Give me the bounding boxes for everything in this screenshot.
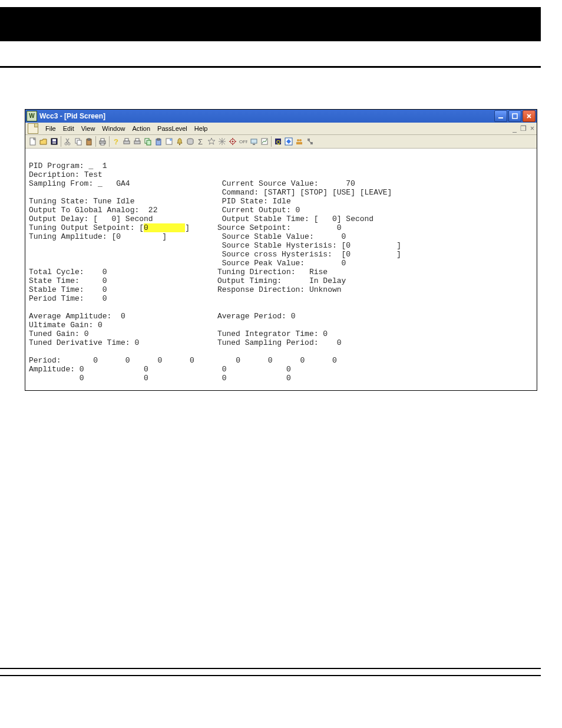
pid-state-value: Idle	[273, 197, 291, 206]
bell-icon[interactable]	[174, 136, 185, 147]
pid-program-label: PID Program:	[29, 162, 84, 170]
paste-icon[interactable]	[84, 136, 94, 147]
svg-text:?: ?	[114, 137, 118, 146]
ultimate-gain-value: 0	[98, 321, 103, 330]
pid-program-value[interactable]: _ 1	[88, 162, 107, 170]
database-icon[interactable]	[185, 136, 196, 147]
diamond-icon[interactable]	[283, 136, 294, 147]
tuned-sampling-label: Tuned Sampling Period:	[217, 338, 319, 347]
paste-blue-icon[interactable]	[153, 136, 164, 147]
copy-green-icon[interactable]	[143, 136, 153, 147]
period-time-value: 0	[103, 294, 107, 303]
svg-rect-4	[52, 139, 56, 141]
state-time-label: State Time:	[29, 276, 80, 285]
print-icon[interactable]	[97, 136, 108, 147]
star-burst-icon[interactable]	[217, 136, 227, 147]
output-global-label: Output To Global Analog:	[29, 206, 139, 215]
tuning-amplitude-value[interactable]: [0 ]	[111, 232, 167, 241]
printer2-icon[interactable]	[132, 136, 143, 147]
source-setpoint-label: Source Setpoint:	[217, 223, 291, 232]
output-timing-value: In Delay	[309, 276, 346, 285]
cmd-stop[interactable]: [STOP]	[300, 188, 328, 197]
amp-6: 0	[222, 374, 227, 383]
app-icon-text: W	[29, 113, 34, 119]
tuning-output-setpoint-value[interactable]: 0	[144, 223, 148, 232]
amp-2: 0	[222, 365, 227, 374]
svg-text:Q: Q	[276, 139, 280, 145]
cmd-leave[interactable]: [LEAVE]	[360, 188, 392, 197]
horizontal-rule	[0, 66, 541, 68]
tuning-direction-label: Tuning Direction:	[217, 268, 296, 276]
title-bar: W Wcc3 - [Pid Screen]	[25, 110, 537, 123]
svg-rect-40	[251, 139, 257, 143]
menu-edit[interactable]: Edit	[59, 124, 78, 133]
gear-icon[interactable]	[227, 136, 238, 147]
note-icon[interactable]	[164, 136, 174, 147]
sampling-from-value[interactable]: _ GA4	[98, 179, 130, 188]
printer1-icon[interactable]	[121, 136, 132, 147]
people-icon[interactable]	[294, 136, 305, 147]
amp-3: 0	[286, 365, 291, 374]
menu-file[interactable]: File	[42, 124, 59, 133]
source-setpoint-value: 0	[337, 223, 342, 232]
star-outline-icon[interactable]	[206, 136, 217, 147]
current-output-label: Current Output:	[222, 206, 291, 215]
cut-icon[interactable]	[62, 136, 73, 147]
total-cycle-value: 0	[103, 268, 107, 276]
source-stable-hyst-value[interactable]: [0 ]	[342, 241, 401, 250]
network-icon[interactable]	[305, 136, 315, 147]
off-icon[interactable]: OFF	[238, 136, 249, 147]
pid-screen-content: PID Program: _ 1 Decription: Test Sampli…	[25, 149, 537, 390]
svg-point-47	[299, 139, 302, 141]
sigma-icon[interactable]: Σ	[196, 136, 206, 147]
amp-0: 0	[80, 365, 84, 374]
output-stable-time-value[interactable]: [ 0] Second	[314, 215, 373, 223]
tuned-integrator-value: 0	[323, 330, 328, 338]
tuned-integrator-label: Tuned Integrator Time:	[217, 330, 319, 338]
pid-state-label: PID State:	[222, 197, 268, 206]
period-row-label: Period:	[29, 356, 61, 365]
new-icon[interactable]	[28, 136, 38, 147]
svg-rect-18	[134, 141, 140, 144]
svg-text:Σ: Σ	[198, 137, 203, 146]
tuning-direction-value: Rise	[309, 268, 328, 276]
ultimate-gain-label: Ultimate Gain:	[29, 321, 93, 330]
monitor-icon[interactable]	[249, 136, 259, 147]
svg-rect-23	[157, 139, 160, 140]
tuning-state-value: Tune Idle	[93, 197, 134, 206]
copy-icon[interactable]	[73, 136, 84, 147]
period-4: 0	[236, 356, 240, 365]
toolbar-separator	[95, 136, 96, 147]
source-cross-hyst-value[interactable]: [0 ]	[342, 250, 401, 259]
mdi-restore-icon[interactable]: ❐	[520, 125, 527, 132]
open-icon[interactable]	[38, 136, 49, 147]
menu-help[interactable]: Help	[191, 124, 211, 133]
svg-rect-9	[77, 140, 81, 145]
tuned-sampling-value: 0	[337, 338, 342, 347]
svg-rect-16	[124, 141, 130, 144]
disk-q-icon[interactable]: Q	[273, 136, 283, 147]
cmd-use[interactable]: [USE]	[332, 188, 355, 197]
menu-action[interactable]: Action	[128, 124, 154, 133]
period-time-label: Period Time:	[29, 294, 84, 303]
mdi-minimize-icon[interactable]: _	[513, 125, 517, 132]
maximize-button[interactable]	[508, 110, 521, 122]
tuning-output-setpoint-label: Tuning Output Setpoint:	[29, 223, 134, 232]
chart-icon[interactable]	[259, 136, 270, 147]
save-icon[interactable]	[49, 136, 59, 147]
minimize-button[interactable]	[494, 110, 507, 122]
help-icon[interactable]: ?	[111, 136, 121, 147]
output-delay-value[interactable]: [ 0] Second	[93, 215, 153, 223]
amp-4: 0	[80, 374, 84, 383]
menu-passlevel[interactable]: PassLevel	[154, 124, 191, 133]
amp-5: 0	[144, 374, 148, 383]
cmd-start[interactable]: [START]	[263, 188, 296, 197]
menu-window[interactable]: Window	[98, 124, 128, 133]
mdi-close-icon[interactable]: ×	[530, 125, 534, 132]
tuning-amplitude-label: Tuning Amplitude:	[29, 232, 107, 241]
menu-view[interactable]: View	[78, 124, 99, 133]
document-icon[interactable]	[28, 123, 38, 134]
close-button[interactable]	[523, 110, 535, 122]
description-value[interactable]: Test	[84, 170, 103, 179]
svg-rect-49	[308, 139, 310, 141]
